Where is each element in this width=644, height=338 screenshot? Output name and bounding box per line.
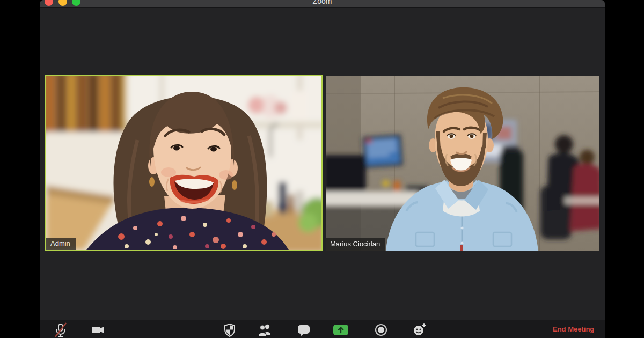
chat-bubble-icon [296,322,311,337]
meeting-toolbar: End Meeting [40,320,605,338]
participants-button[interactable] [258,322,273,337]
share-screen-icon [332,322,349,337]
share-screen-button[interactable] [332,322,349,337]
chat-button[interactable] [296,322,311,337]
video-camera-icon [91,322,106,337]
window-titlebar[interactable]: Zoom [40,0,605,8]
video-tile-marius[interactable]: Marius Ciocirlan [326,76,599,251]
video-button[interactable] [91,322,106,337]
admin-video-image [46,76,321,250]
record-button[interactable] [374,322,389,337]
reactions-icon [412,322,427,337]
window-title: Zoom [40,0,605,5]
reactions-button[interactable] [412,322,427,337]
participant-name-admin: Admin [46,238,76,250]
microphone-muted-icon [53,322,68,337]
zoom-app-window: Zoom [40,0,605,338]
video-tile-admin[interactable]: Admin [45,75,323,251]
marius-video-image [326,76,599,251]
security-button[interactable] [222,322,237,337]
security-shield-icon [222,322,237,337]
mute-button[interactable] [53,322,68,337]
participant-name-marius: Marius Ciocirlan [326,238,385,251]
record-icon [374,322,389,337]
participants-icon [258,322,273,337]
end-meeting-button[interactable]: End Meeting [553,325,594,333]
